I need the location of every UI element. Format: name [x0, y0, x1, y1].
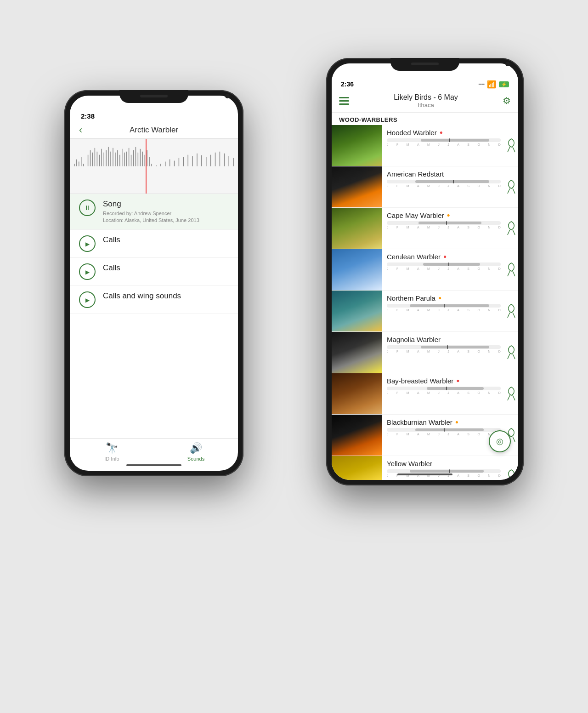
- location-fab[interactable]: ◎: [489, 430, 511, 452]
- play-icon-2: [85, 268, 90, 275]
- left-phone: 2:38 ‹ Arctic Warbler: [64, 90, 243, 476]
- bird-info-magnolia: Magnolia Warbler JFMAMJJASOND: [382, 332, 505, 373]
- bar-peak-capemay: [446, 221, 447, 225]
- left-phone-speaker: [140, 95, 168, 97]
- hamburger-line-2: [339, 100, 349, 102]
- play-button-calls2[interactable]: [79, 263, 96, 280]
- bar-peak-parula: [444, 304, 445, 308]
- bar-peak-redstart: [453, 180, 454, 183]
- month-labels-parula: JFMAMJJASOND: [387, 308, 501, 312]
- bar-fill-blackburnian: [415, 428, 484, 431]
- bird-info-redstart: American Redstart JFMAMJJASOND: [382, 166, 505, 207]
- side-bird-icon-capemay: [507, 221, 515, 235]
- hamburger-menu[interactable]: [339, 97, 349, 105]
- wood-warblers-header: WOOD-WARBLERS: [332, 113, 518, 125]
- right-home-indicator: [397, 473, 452, 475]
- bird-item-capemay[interactable]: Cape May Warbler ● JFMAMJJASOND: [332, 208, 518, 249]
- sound-item-calls1[interactable]: Calls: [70, 230, 238, 258]
- side-bird-icon-cerulean: [507, 262, 515, 277]
- bar-peak-baybreasted: [446, 387, 447, 390]
- tab-sounds[interactable]: 🔊 Sounds: [154, 442, 238, 462]
- bar-fill-hooded: [421, 139, 489, 142]
- bird-item-hooded[interactable]: Hooded Warbler ● JFMAMJJASOND: [332, 125, 518, 166]
- play-button-callswing[interactable]: [79, 291, 96, 308]
- bird-image-parula: [332, 291, 382, 331]
- bird-name-blackburnian: Blackburnian Warbler: [387, 418, 452, 426]
- scene: 2:38 ‹ Arctic Warbler: [64, 35, 524, 679]
- bar-fill-cerulean: [423, 263, 480, 266]
- dot-baybreasted: ●: [456, 377, 459, 384]
- bar-fill-baybreasted: [427, 387, 484, 390]
- bar-track-magnolia: [387, 345, 501, 349]
- right-phone: 2:36 ▪▪▪▪ 📶 ⚡ Likely Birds -: [326, 58, 524, 485]
- play-button-calls1[interactable]: [79, 235, 96, 252]
- bird-image-redstart: [332, 166, 382, 207]
- filter-icon[interactable]: ⚙: [503, 95, 511, 106]
- bird-name-magnolia: Magnolia Warbler: [387, 336, 441, 343]
- sound-item-song[interactable]: Song Recorded by: Andrew Spencer Locatio…: [70, 194, 238, 230]
- bird-item-baybreasted[interactable]: Bay-breasted Warbler ● JFMAMJJASOND: [332, 373, 518, 415]
- bird-name-baybreasted: Bay-breasted Warbler: [387, 377, 453, 385]
- month-labels-hooded: JFMAMJJASOND: [387, 143, 501, 146]
- left-time: 2:38: [81, 112, 95, 120]
- bird-info-capemay: Cape May Warbler ● JFMAMJJASOND: [382, 208, 505, 249]
- side-bird-icon-parula: [507, 303, 515, 318]
- playhead: [146, 139, 147, 194]
- bar-track-hooded: [387, 138, 501, 142]
- right-status-bar: 2:36 ▪▪▪▪ 📶 ⚡: [332, 76, 518, 91]
- bird-item-cerulean[interactable]: Cerulean Warbler ● JFMAMJJASOND: [332, 249, 518, 291]
- bird-image-baybreasted: [332, 373, 382, 414]
- bar-peak-cerulean: [448, 262, 449, 266]
- wifi-icon: 📶: [487, 80, 496, 89]
- right-header-title: Likely Birds - 6 May Ithaca: [394, 93, 458, 108]
- sound-info-callswing: Calls and wing sounds: [103, 291, 229, 301]
- sound-name-calls2: Calls: [103, 263, 229, 273]
- month-labels-capemay: JFMAMJJASOND: [387, 226, 501, 229]
- bar-track-parula: [387, 304, 501, 308]
- bar-track-redstart: [387, 180, 501, 183]
- hamburger-line-1: [339, 97, 349, 98]
- bird-item-magnolia[interactable]: Magnolia Warbler JFMAMJJASOND: [332, 332, 518, 373]
- bird-info-blackburnian: Blackburnian Warbler ● JFMAMJJASOND: [382, 415, 505, 456]
- sound-meta-song: Recorded by: Andrew Spencer Location: Al…: [103, 210, 229, 224]
- sound-list: Song Recorded by: Andrew Spencer Locatio…: [70, 194, 238, 438]
- left-phone-screen: 2:38 ‹ Arctic Warbler: [70, 96, 238, 471]
- bird-item-redstart[interactable]: American Redstart JFMAMJJASOND: [332, 166, 518, 208]
- location-icon: ◎: [496, 436, 503, 446]
- bar-fill-redstart: [415, 180, 489, 183]
- right-time: 2:36: [341, 80, 354, 88]
- sound-info-song: Song Recorded by: Andrew Spencer Locatio…: [103, 200, 229, 224]
- hamburger-line-3: [339, 103, 349, 105]
- bird-image-magnolia: [332, 332, 382, 373]
- back-button[interactable]: ‹: [79, 124, 82, 136]
- side-bird-icon-yellow: [507, 469, 515, 480]
- left-home-indicator: [126, 464, 181, 466]
- bird-item-yellow[interactable]: Yellow Warbler JFMAMJJASOND: [332, 456, 518, 480]
- right-phone-speaker: [411, 63, 439, 65]
- bird-name-cerulean: Cerulean Warbler: [387, 253, 441, 261]
- battery-icon: ⚡: [499, 81, 509, 87]
- right-header-bar: Likely Birds - 6 May Ithaca ⚙: [332, 91, 518, 113]
- left-nav-bar: ‹ Arctic Warbler: [70, 122, 238, 139]
- month-labels-magnolia: JFMAMJJASOND: [387, 350, 501, 353]
- left-nav-title: Arctic Warbler: [130, 125, 178, 135]
- pause-button-song[interactable]: [79, 200, 96, 216]
- sound-item-callswing[interactable]: Calls and wing sounds: [70, 286, 238, 314]
- bird-info-yellow: Yellow Warbler JFMAMJJASOND: [382, 456, 505, 480]
- sound-item-calls2[interactable]: Calls: [70, 258, 238, 286]
- bar-fill-parula: [410, 304, 490, 307]
- waveform-container[interactable]: [70, 139, 238, 194]
- bird-info-hooded: Hooded Warbler ● JFMAMJJASOND: [382, 125, 505, 166]
- tab-idinfo-label: ID Info: [104, 456, 119, 462]
- bird-item-parula[interactable]: Northern Parula ● JFMAMJJASOND: [332, 291, 518, 332]
- bird-image-hooded: [332, 125, 382, 166]
- bird-info-cerulean: Cerulean Warbler ● JFMAMJJASOND: [382, 249, 505, 290]
- bird-name-capemay: Cape May Warbler: [387, 211, 444, 219]
- bar-track-yellow: [387, 469, 501, 473]
- pause-icon: [84, 204, 90, 211]
- bird-info-baybreasted: Bay-breasted Warbler ● JFMAMJJASOND: [382, 373, 505, 414]
- left-status-bar: 2:38: [70, 108, 238, 122]
- side-bird-icon-hooded: [507, 138, 515, 153]
- tab-idinfo[interactable]: 🔭 ID Info: [70, 442, 154, 462]
- bird-list: Hooded Warbler ● JFMAMJJASOND: [332, 125, 518, 480]
